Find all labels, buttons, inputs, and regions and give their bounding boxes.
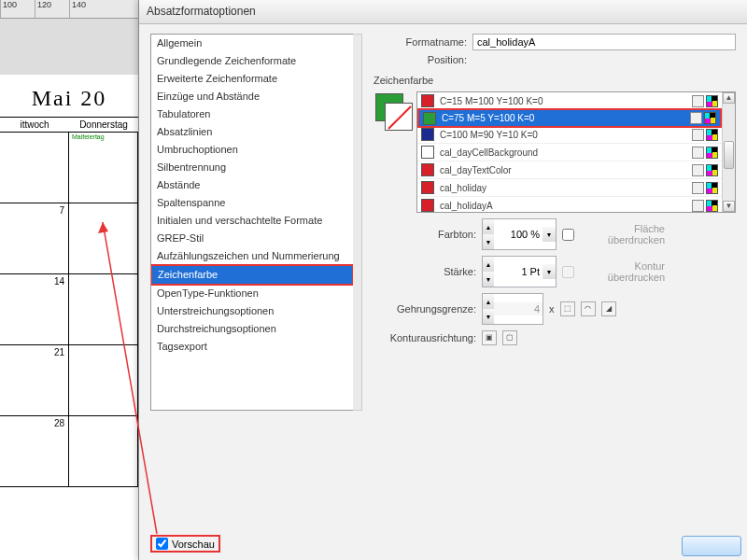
spot-process-icon (692, 200, 704, 212)
preview-label: Vorschau (172, 539, 215, 550)
spin-up-icon[interactable]: ▲ (483, 257, 494, 272)
category-item[interactable]: Allgemein (151, 35, 353, 52)
calendar-cell: Maifeiertag (69, 133, 138, 203)
category-item[interactable]: Absatzlinien (151, 123, 353, 141)
ruler: 100 120 140 (0, 0, 138, 19)
category-item[interactable]: Umbruchoptionen (151, 141, 353, 159)
position-label: Position: (374, 54, 467, 65)
swatch-name: cal_holidayA (440, 201, 686, 211)
cmyk-icon (706, 164, 718, 176)
calendar-cell: 28 (0, 416, 69, 486)
swatch-name: cal_holiday (440, 183, 686, 193)
cmyk-icon (706, 147, 718, 159)
weekday-label: Donnerstag (69, 118, 138, 132)
right-panel: Formatname: Position: Zeichenfarbe C=15 … (374, 34, 736, 519)
dropdown-icon[interactable]: ▼ (543, 227, 556, 242)
swatch-chip (421, 146, 434, 159)
dialog-title: Absatzformatoptionen (139, 0, 747, 24)
spot-process-icon (692, 129, 704, 141)
category-item[interactable]: Tabulatoren (151, 105, 353, 123)
formatname-input[interactable] (472, 34, 736, 50)
swatch-name: C=75 M=5 Y=100 K=0 (442, 113, 684, 123)
swatch-name: C=100 M=90 Y=10 K=0 (440, 130, 686, 140)
calendar-cell (69, 274, 138, 344)
category-item[interactable]: OpenType-Funktionen (151, 285, 353, 302)
miter-label: Gehrungsgrenze: (374, 303, 476, 315)
scroll-down-icon[interactable]: ▼ (723, 201, 735, 212)
spin-down-icon[interactable]: ▼ (483, 272, 494, 287)
join-round-icon[interactable]: ◠ (581, 301, 596, 316)
category-item[interactable]: Grundlegende Zeichenformate (151, 52, 353, 70)
cmyk-icon (704, 112, 716, 124)
category-item[interactable]: Unterstreichungsoptionen (151, 302, 353, 320)
tint-spinner[interactable]: ▲▼ ▼ (482, 218, 557, 250)
weight-spinner[interactable]: ▲▼ ▼ (482, 256, 557, 287)
miter-input (494, 302, 543, 315)
preview-check-input[interactable] (156, 538, 168, 550)
calendar-cell (69, 345, 138, 415)
calendar-background: Mai 20 ittwoch Donnerstag Maifeiertag 7 … (0, 19, 138, 560)
dropdown-icon[interactable]: ▼ (543, 264, 556, 279)
category-item[interactable]: Silbentrennung (151, 159, 353, 176)
align-center-icon[interactable]: ▣ (482, 330, 497, 345)
swatch-chip (421, 163, 434, 176)
swatch-name: C=15 M=100 Y=100 K=0 (440, 96, 686, 106)
swatch-chip (421, 181, 434, 194)
calendar-cell (69, 416, 138, 486)
calendar-cell: 21 (0, 345, 69, 415)
calendar-header: ittwoch Donnerstag (0, 117, 138, 133)
overprint-fill-check[interactable]: Fläche überdrucken (562, 223, 665, 245)
category-item[interactable]: Erweiterte Zeichenformate (151, 70, 353, 88)
swatch-name: cal_dayTextColor (440, 165, 686, 175)
scrollbar[interactable] (353, 34, 362, 411)
scroll-up-icon[interactable]: ▲ (723, 92, 735, 104)
miter-x: x (549, 303, 555, 315)
preview-checkbox[interactable]: Vorschau (150, 535, 220, 553)
swatch-row[interactable]: C=75 M=5 Y=100 K=0 (417, 108, 722, 128)
swatch-row[interactable]: cal_dayCellBackground (417, 144, 722, 161)
swatch-list[interactable]: C=15 M=100 Y=100 K=0C=75 M=5 Y=100 K=0C=… (416, 91, 736, 213)
swatch-row[interactable]: C=100 M=90 Y=10 K=0 (417, 126, 722, 144)
align-inside-icon[interactable]: ▢ (502, 330, 517, 345)
calendar-cell (0, 133, 69, 203)
category-item[interactable]: Einzüge und Abstände (151, 88, 353, 105)
category-item[interactable]: Zeichenfarbe (150, 264, 354, 286)
stroke-swatch[interactable] (385, 103, 413, 131)
swatch-row[interactable]: cal_holiday (417, 179, 722, 197)
formatname-label: Formatname: (374, 36, 467, 48)
category-item[interactable]: GREP-Stil (151, 230, 353, 247)
category-item[interactable]: Initialen und verschachtelte Formate (151, 212, 353, 230)
miter-spinner: ▲▼ (482, 293, 543, 325)
stroke-align-label: Konturausrichtung: (374, 332, 476, 343)
category-item[interactable]: Durchstreichungsoptionen (151, 320, 353, 338)
join-miter-icon[interactable]: ⬚ (560, 301, 575, 316)
cmyk-icon (706, 182, 718, 194)
category-item[interactable]: Aufzählungszeichen und Nummerierung (151, 247, 353, 265)
swatch-row[interactable]: cal_holidayA (417, 197, 722, 213)
scroll-thumb[interactable] (724, 141, 734, 169)
swatch-scrollbar[interactable]: ▲ ▼ (722, 92, 735, 212)
swatch-row[interactable]: cal_dayTextColor (417, 161, 722, 179)
fill-stroke-proxy[interactable] (374, 91, 409, 127)
spin-up-icon: ▲ (483, 294, 494, 309)
spin-down-icon: ▼ (483, 309, 494, 324)
category-list[interactable]: AllgemeinGrundlegende ZeichenformateErwe… (150, 34, 354, 411)
join-bevel-icon[interactable]: ◢ (601, 301, 616, 316)
ok-button[interactable] (682, 536, 741, 556)
category-item[interactable]: Tagsexport (151, 338, 353, 356)
ruler-tick: 100 (0, 0, 35, 18)
cmyk-icon (706, 200, 718, 212)
swatch-name: cal_dayCellBackground (440, 147, 686, 158)
weight-input[interactable] (494, 265, 543, 278)
tint-input[interactable] (494, 228, 543, 241)
calendar-cell (69, 203, 138, 273)
pasteboard (0, 19, 138, 75)
ruler-tick: 140 (69, 0, 104, 18)
weekday-label: ittwoch (0, 118, 69, 132)
paragraph-style-options-dialog: Absatzformatoptionen AllgemeinGrundlegen… (138, 0, 747, 560)
category-item[interactable]: Abstände (151, 176, 353, 194)
spin-up-icon[interactable]: ▲ (483, 219, 494, 234)
category-item[interactable]: Spaltenspanne (151, 194, 353, 212)
spin-down-icon[interactable]: ▼ (483, 234, 494, 249)
calendar-cell: 14 (0, 274, 69, 344)
